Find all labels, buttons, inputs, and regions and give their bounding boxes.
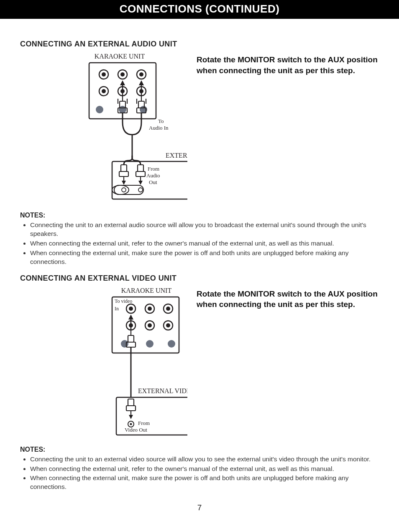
rca-jack [99, 87, 108, 96]
page-number: 7 [20, 503, 379, 512]
rca-plug [136, 165, 145, 182]
svg-point-66 [130, 423, 132, 425]
from-video-out-2: Video Out [125, 427, 147, 433]
rca-jack [99, 70, 108, 79]
rca-jack [137, 70, 146, 79]
list-item: When connecting the external unit, refer… [30, 465, 379, 473]
svg-point-44 [129, 307, 133, 311]
audio-diagram-row: KARAOKE UNIT [20, 51, 379, 210]
svg-marker-55 [128, 315, 133, 320]
rca-jack [164, 304, 173, 313]
list-item: When connecting the external unit, make … [30, 474, 379, 491]
svg-point-54 [166, 323, 170, 327]
svg-rect-62 [128, 399, 134, 406]
svg-rect-63 [126, 406, 136, 411]
video-notes-heading: NOTES: [20, 446, 379, 453]
knob [96, 106, 103, 113]
list-item: When connecting the external unit, refer… [30, 239, 379, 248]
karaoke-unit-label: KARAOKE UNIT [95, 53, 145, 60]
video-diagram: KARAOKE UNIT To video In [20, 285, 187, 444]
rca-jack [126, 304, 136, 313]
svg-point-6 [139, 72, 143, 77]
video-instruction: Rotate the MONITOR switch to the AUX pos… [197, 285, 379, 444]
audio-out-jacks [112, 185, 146, 194]
from-audio-out-3: Out [149, 179, 157, 185]
to-audio-in-1: To [158, 118, 164, 124]
from-audio-out-1: From [148, 166, 159, 172]
svg-marker-65 [129, 415, 133, 419]
svg-point-52 [148, 323, 152, 327]
svg-point-2 [102, 72, 106, 77]
from-audio-out-2: Audio [146, 172, 160, 179]
svg-rect-30 [119, 171, 128, 176]
rca-plug [119, 165, 128, 182]
title-bar: CONNECTIONS (CONTINUED) [0, 0, 399, 19]
svg-point-8 [102, 89, 106, 93]
audio-notes-list: Connecting the unit to an external audio… [20, 221, 379, 266]
page-body: CONNECTING AN EXTERNAL AUDIO UNIT KARAOK… [0, 19, 399, 525]
list-item: Connecting the unit to an external video… [30, 455, 379, 464]
svg-rect-58 [128, 335, 134, 342]
svg-marker-18 [120, 80, 125, 85]
rca-plug [126, 399, 136, 416]
karaoke-unit-label: KARAOKE UNIT [121, 287, 172, 294]
svg-rect-33 [136, 171, 145, 176]
to-video-in-2: In [115, 306, 119, 312]
svg-point-46 [148, 307, 152, 311]
to-audio-in-2: Audio In [149, 125, 169, 131]
external-video-label: EXTERNAL VIDEO SOURCE [138, 387, 187, 394]
svg-point-48 [166, 307, 170, 311]
knob [146, 340, 153, 348]
svg-point-38 [122, 188, 126, 192]
audio-heading: CONNECTING AN EXTERNAL AUDIO UNIT [20, 40, 379, 49]
rca-jack [164, 321, 173, 330]
svg-point-39 [138, 188, 143, 192]
video-heading: CONNECTING AN EXTERNAL VIDEO UNIT [20, 274, 379, 283]
rca-jack [118, 70, 127, 79]
rca-jack [145, 304, 154, 313]
list-item: When connecting the external unit, make … [30, 249, 379, 266]
knob [121, 340, 128, 348]
audio-notes-heading: NOTES: [20, 212, 379, 219]
knob [168, 340, 175, 348]
rca-jack [145, 321, 154, 330]
svg-rect-32 [138, 165, 143, 171]
video-diagram-row: KARAOKE UNIT To video In [20, 285, 379, 444]
list-item: Connecting the unit to an external audio… [30, 221, 379, 238]
video-notes-list: Connecting the unit to an external video… [20, 455, 379, 492]
audio-instruction: Rotate the MONITOR switch to the AUX pos… [197, 51, 379, 210]
from-video-out-1: From [138, 420, 150, 426]
to-video-in-1: To video [115, 298, 132, 304]
svg-marker-35 [122, 181, 126, 185]
svg-rect-29 [121, 165, 127, 171]
svg-marker-36 [138, 181, 143, 185]
audio-diagram: KARAOKE UNIT [20, 51, 187, 210]
svg-marker-25 [139, 80, 144, 85]
svg-point-4 [120, 72, 125, 77]
external-audio-label: EXTERNAL AUDIO SOURCE [166, 152, 187, 159]
